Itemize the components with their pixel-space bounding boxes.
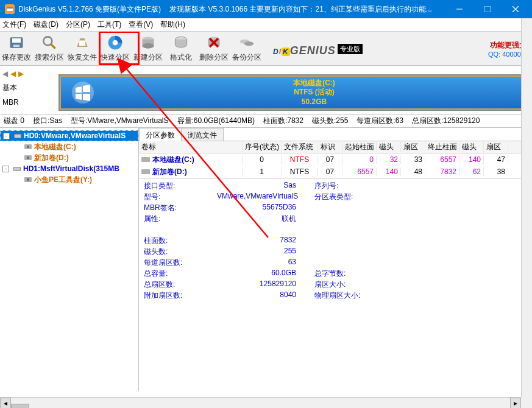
status-model: 型号:VMware,VMwareVirtualS (71, 116, 169, 126)
column-header[interactable]: 起始柱面 (342, 142, 377, 152)
window-title: DiskGenius V5.1.2.766 免费版(单文件PE版) (18, 4, 161, 15)
info-key2: 序列号: (314, 181, 375, 192)
partition-table: 卷标序号(状态)文件系统标识起始柱面磁头扇区终止柱面磁头扇区 本地磁盘(C:)0… (139, 141, 532, 178)
tab-partition-params[interactable]: 分区参数 (139, 128, 182, 141)
cell-flag: 07 (318, 155, 342, 164)
tb-quick-partition[interactable]: 快速分区 (99, 32, 132, 65)
info-value: 255 (217, 247, 314, 258)
status-sectors: 总扇区数:125829120 (412, 116, 480, 126)
minimize-button[interactable] (445, 0, 473, 18)
svg-point-16 (142, 43, 154, 49)
tb-save[interactable]: 保存更改 (0, 32, 33, 65)
menu-file[interactable]: 文件(F) (2, 19, 26, 30)
menu-tools[interactable]: 工具(T) (98, 19, 121, 30)
column-header[interactable]: 磁头 (377, 142, 401, 152)
info-value: 7832 (217, 236, 314, 247)
expand-icon[interactable]: - (3, 133, 10, 139)
menu-view[interactable]: 查看(V) (129, 19, 153, 30)
scroll-thumb[interactable] (11, 404, 29, 409)
tree-label: HD0:VMware,VMwareVirtualS (24, 132, 126, 140)
diskmap-size: 50.2GB (105, 97, 523, 107)
info-value: 55675D36 (217, 203, 314, 214)
tb-format[interactable]: 格式化 (165, 32, 197, 65)
svg-point-34 (27, 178, 29, 181)
column-header[interactable]: 扇区 (401, 142, 425, 152)
menu-partition[interactable]: 分区(P) (66, 19, 90, 30)
cell-ss: 33 (401, 155, 425, 164)
info-key: 接口类型: (144, 181, 217, 192)
tb-recover[interactable]: 恢复文件 (66, 32, 99, 65)
info-row: 柱面数:7832 (144, 236, 527, 247)
info-key2 (314, 214, 375, 225)
tree-label: 本地磁盘(C:) (34, 142, 76, 152)
info-row: 接口类型:Sas序列号: (144, 181, 527, 192)
svg-point-23 (244, 41, 254, 46)
svg-point-9 (43, 37, 52, 45)
column-header[interactable]: 扇区 (484, 142, 508, 152)
diskmap-left: ◀ ◀ ▶ 基本 MBR (0, 66, 59, 114)
info-row: 磁头数:255 (144, 247, 527, 258)
scroll-right-button[interactable]: ▸ (510, 398, 521, 409)
tree-row[interactable]: 本地磁盘(C:) (0, 141, 138, 152)
menu-help[interactable]: 帮助(H) (160, 19, 185, 30)
column-header[interactable]: 序号(状态) (243, 142, 282, 152)
svg-rect-11 (79, 41, 86, 46)
svg-rect-8 (13, 45, 20, 47)
tb-delete[interactable]: 删除分区 (197, 32, 230, 65)
nav-back-icon[interactable]: ◀ (10, 69, 16, 78)
tree-row[interactable]: 新加卷(D:) (0, 152, 138, 163)
info-value: 60.0GB (217, 269, 314, 280)
nav-fwd-icon[interactable]: ▶ (18, 69, 24, 78)
menu-bar: 文件(F) 磁盘(D) 分区(P) 工具(T) 查看(V) 帮助(H) (0, 18, 532, 32)
cell-es: 47 (484, 155, 508, 164)
tab-browse-files[interactable]: 浏览文件 (181, 128, 224, 141)
cell-ec: 6557 (425, 155, 459, 164)
nav-prev-icon[interactable]: ◀ (2, 69, 8, 78)
info-key: 型号: (144, 192, 217, 203)
info-key: 磁头数: (144, 247, 217, 258)
info-key2 (314, 203, 375, 214)
scroll-left-button[interactable]: ◂ (0, 398, 11, 409)
tree-row[interactable]: -HD0:VMware,VMwareVirtualS (0, 130, 138, 141)
svg-point-24 (72, 82, 94, 104)
info-value: Sas (217, 181, 314, 192)
maximize-button[interactable] (473, 0, 502, 18)
cell-ss: 48 (401, 167, 425, 176)
diskmap-label-mbr: MBR (2, 98, 19, 107)
status-cyl: 柱面数:7832 (263, 116, 303, 126)
status-disk: 磁盘 0 (4, 116, 24, 126)
disk-tree[interactable]: -HD0:VMware,VMwareVirtualS本地磁盘(C:)新加卷(D:… (0, 128, 139, 391)
svg-rect-35 (141, 157, 150, 162)
cell-ec: 7832 (425, 167, 459, 176)
column-header[interactable]: 卷标 (139, 142, 243, 152)
tb-backup[interactable]: 备份分区 (230, 32, 263, 65)
column-header[interactable]: 终止柱面 (425, 142, 459, 152)
tb-search[interactable]: 搜索分区 (33, 32, 66, 65)
info-key: MBR签名: (144, 203, 217, 214)
column-header[interactable]: 文件系统 (282, 142, 318, 152)
tree-row[interactable]: -HD1:MsftVirtualDisk(315MB (0, 163, 138, 174)
column-header[interactable]: 磁头 (459, 142, 484, 152)
info-row: 型号:VMware,VMwareVirtualS分区表类型: (144, 192, 527, 203)
tree-label: 新加卷(D:) (34, 153, 69, 163)
scrollbar-corner (521, 397, 532, 408)
horizontal-scrollbar[interactable]: ◂ ▸ (0, 397, 521, 408)
tree-row[interactable]: 小鱼PE工具盘(Y:) (0, 174, 138, 185)
column-header[interactable]: 标识 (318, 142, 342, 152)
tb-new-partition[interactable]: 新建分区 (132, 32, 165, 65)
table-row[interactable]: 新加卷(D:)1NTFS0765571404878326238 (139, 166, 532, 178)
window-subtitle: 发现新版本 V5.3.0.1066 主要更新内容如下：21、纠正某些需重启后执行… (169, 4, 445, 15)
partition-icon (24, 175, 32, 184)
disk-map[interactable]: 本地磁盘(C:) NTFS (活动) 50.2GB (59, 74, 526, 111)
cell-name: 本地磁盘(C:) (139, 155, 243, 165)
vertical-scrollbar[interactable] (521, 18, 532, 397)
svg-point-28 (27, 146, 29, 148)
menu-disk[interactable]: 磁盘(D) (34, 19, 59, 30)
table-row[interactable]: 本地磁盘(C:)0NTFS0703233655714047 (139, 153, 532, 166)
close-button[interactable] (502, 0, 530, 18)
status-capacity: 容量:60.0GB(61440MB) (177, 116, 255, 126)
expand-icon[interactable]: - (2, 166, 9, 172)
disk-map-row: ◀ ◀ ▶ 基本 MBR 本地磁盘(C:) NTFS (活动) 50.2GB (0, 66, 532, 114)
info-key: 总扇区数: (144, 280, 217, 290)
info-value: 63 (217, 258, 314, 269)
